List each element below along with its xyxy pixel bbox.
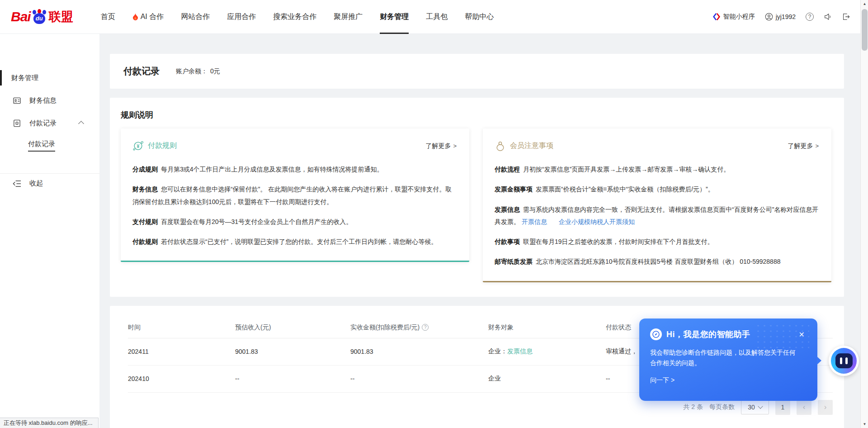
chevron-right-icon: > bbox=[815, 143, 819, 149]
cell-received: -- bbox=[350, 375, 488, 382]
member-notes-more-link[interactable]: 了解更多 > bbox=[788, 142, 819, 150]
baidu-union-logo[interactable]: Bai du 联盟 bbox=[11, 9, 73, 25]
payment-rules-title: 付款规则 bbox=[148, 141, 177, 151]
rule-item: 发票金额事项发票票面“价税合计”金额=系统中“实收金额（扣除税费后/元）”。 bbox=[495, 183, 819, 195]
page-title: 付款记录 bbox=[123, 65, 160, 77]
flame-icon bbox=[132, 13, 138, 20]
user-account[interactable]: jyj1992 bbox=[765, 13, 796, 21]
next-page-button[interactable]: › bbox=[818, 400, 833, 415]
sidebar: 财务管理 财务信息 付款记录 付款记录 bbox=[0, 34, 99, 428]
balance-value: 0元 bbox=[210, 67, 220, 75]
sidebar-item-payment-records[interactable]: 付款记录 bbox=[0, 112, 99, 134]
member-badge-icon bbox=[495, 140, 506, 152]
cell-finance-object: 企业 bbox=[488, 375, 606, 383]
rule-item: 发票信息需与系统内发票信息内容完全一致，否则无法支付。请根据发票信息页面中“百度… bbox=[495, 204, 819, 228]
assistant-robot-button[interactable] bbox=[829, 346, 859, 376]
nav-item-screen-promo[interactable]: 聚屏推广 bbox=[325, 0, 371, 34]
rule-item: 付款规则若付款状态显示“已支付”，说明联盟已安排了您的付款。支付后三个工作日内到… bbox=[132, 236, 457, 248]
browser-scrollbar[interactable]: ▲ ▼ bbox=[860, 0, 868, 428]
assistant-message: 我会帮助您诊断合作链路问题，以及解答您关于任何合作相关的问题。 bbox=[650, 347, 801, 368]
rule-item: 支付规则百度联盟会在每月20号—31号支付企业会员上个自然月产生的收入。 bbox=[132, 216, 457, 228]
nav-item-help-center[interactable]: 帮助中心 bbox=[456, 0, 502, 34]
nav-item-home[interactable]: 首页 bbox=[92, 0, 124, 34]
col-header-finance-object: 财务对象 bbox=[488, 323, 606, 332]
page-header-panel: 付款记录 账户余额：0元 bbox=[110, 54, 844, 89]
rules-heading: 规则说明 bbox=[121, 109, 831, 120]
browser-status-bar: 正在等待 xlab.baidu.com 的响应... bbox=[0, 418, 99, 428]
ask-assistant-link[interactable]: 问一下 > bbox=[650, 376, 807, 385]
account-balance: 账户余额：0元 bbox=[176, 67, 220, 76]
sidebar-collapse-button[interactable]: 收起 bbox=[0, 173, 99, 193]
speaker-icon[interactable] bbox=[824, 13, 832, 21]
nav-item-app[interactable]: 应用合作 bbox=[218, 0, 264, 34]
finance-info-icon bbox=[13, 96, 21, 105]
col-header-estimated-income: 预估收入(元) bbox=[235, 323, 350, 332]
logo-text-bai: Bai bbox=[11, 9, 31, 24]
payment-records-icon bbox=[13, 119, 21, 128]
total-count: 共 2 条 bbox=[683, 403, 703, 411]
nav-item-website[interactable]: 网站合作 bbox=[172, 0, 218, 34]
col-header-time: 时间 bbox=[128, 323, 235, 332]
invoice-info-row-link[interactable]: 发票信息 bbox=[507, 347, 533, 355]
sidebar-section-finance-management[interactable]: 财务管理 bbox=[0, 67, 99, 89]
user-icon bbox=[765, 13, 773, 21]
scrollbar-thumb[interactable] bbox=[862, 9, 868, 51]
robot-face-icon bbox=[835, 353, 853, 368]
coin-icon: ¥ bbox=[132, 140, 144, 152]
member-notes-card: 会员注意事项 了解更多 > 付款流程月初按“发票信息”页面开具发票→上传发票→邮… bbox=[483, 128, 831, 282]
rules-panel: 规则说明 ¥ 付款规则 了解更多 > bbox=[110, 98, 844, 297]
payment-rules-more-link[interactable]: 了解更多 > bbox=[425, 142, 457, 150]
scroll-down-arrow[interactable]: ▼ bbox=[861, 420, 868, 428]
cell-estimated: 9001.83 bbox=[235, 348, 350, 355]
cell-estimated: -- bbox=[235, 375, 350, 382]
status-text: 正在等待 xlab.baidu.com 的响应... bbox=[4, 419, 93, 427]
top-navbar: Bai du 联盟 首页 AI 合作 网站合作 应用合作 搜索业务合作 聚屏推广… bbox=[0, 0, 868, 34]
scroll-up-arrow[interactable]: ▲ bbox=[861, 0, 868, 8]
info-icon[interactable]: ? bbox=[422, 324, 429, 331]
nav-item-search-biz[interactable]: 搜索业务合作 bbox=[264, 0, 325, 34]
per-page-select[interactable]: 30 bbox=[741, 400, 769, 414]
help-icon[interactable]: ? bbox=[806, 13, 814, 21]
small-taxpayer-notice-link[interactable]: 企业小规模纳税人开票须知 bbox=[559, 218, 635, 225]
nav-item-toolkit[interactable]: 工具包 bbox=[417, 0, 456, 34]
logo-text-du: du bbox=[32, 15, 47, 22]
nav-item-ai[interactable]: AI 合作 bbox=[124, 0, 173, 34]
svg-text:¥: ¥ bbox=[137, 144, 140, 149]
sidebar-subitem-payment-records[interactable]: 付款记录 bbox=[0, 134, 99, 157]
active-section-indicator bbox=[0, 70, 2, 86]
assistant-popup: Hi，我是您的智能助手 ✕ 我会帮助您诊断合作链路问题，以及解答您关于任何合作相… bbox=[639, 319, 817, 401]
chevron-right-icon: > bbox=[453, 143, 457, 149]
username: jyj1992 bbox=[776, 13, 796, 20]
assistant-title: Hi，我是您的智能助手 bbox=[666, 329, 750, 340]
smart-miniprogram-entry[interactable]: 智能小程序 bbox=[712, 13, 755, 21]
rule-item: 邮寄纸质发票北京市海淀区西北旺东路10号院百度科技园5号楼 百度联盟财务组（收）… bbox=[495, 256, 819, 268]
cell-time: 202411 bbox=[128, 348, 235, 355]
nav-item-finance[interactable]: 财务管理 bbox=[371, 0, 417, 34]
col-header-received-amount: 实收金额(扣除税费后/元)? bbox=[350, 323, 488, 332]
logout-icon[interactable] bbox=[842, 13, 850, 21]
close-icon[interactable]: ✕ bbox=[797, 329, 807, 340]
invoice-info-link[interactable]: 开票信息 bbox=[522, 218, 547, 225]
rule-item: 财务信息您可以在财务信息中选择“保留付款”。 在此期间您产生的收入将在账户内进行… bbox=[132, 183, 457, 208]
page-number-button[interactable]: 1 bbox=[775, 400, 790, 415]
baidu-paw-icon: du bbox=[32, 9, 47, 24]
cell-time: 202410 bbox=[128, 375, 235, 382]
smart-miniprogram-icon bbox=[712, 13, 721, 21]
cell-finance-object: 企业：发票信息 bbox=[488, 347, 606, 356]
member-notes-title: 会员注意事项 bbox=[510, 141, 553, 151]
collapse-icon bbox=[13, 180, 21, 187]
pagination: 共 2 条 每页条数 30 1 ‹ › bbox=[128, 400, 833, 415]
logo-text-union: 联盟 bbox=[49, 9, 73, 25]
sidebar-item-finance-info[interactable]: 财务信息 bbox=[0, 89, 99, 112]
assistant-compass-icon bbox=[650, 328, 662, 340]
robot-ring bbox=[831, 348, 857, 374]
main-nav: 首页 AI 合作 网站合作 应用合作 搜索业务合作 聚屏推广 财务管理 工具包 … bbox=[92, 0, 503, 34]
prev-page-button[interactable]: ‹ bbox=[797, 400, 811, 415]
rule-item: 付款事项联盟在每月19日之后签收的发票，付款时间安排在下个月首批支付。 bbox=[495, 236, 819, 248]
chevron-up-icon[interactable] bbox=[78, 121, 84, 127]
payment-rules-card: ¥ 付款规则 了解更多 > 分成规则每月第3或4个工作日产出上月分成信息及发票信… bbox=[121, 128, 469, 262]
cell-received: 9001.83 bbox=[350, 348, 488, 355]
rule-item: 分成规则每月第3或4个工作日产出上月分成信息及发票信息，如有特殊情况将提前通知。 bbox=[132, 163, 457, 176]
chevron-down-icon bbox=[758, 404, 763, 409]
rule-item: 付款流程月初按“发票信息”页面开具发票→上传发票→邮寄发票→审核→确认支付。 bbox=[495, 163, 819, 176]
